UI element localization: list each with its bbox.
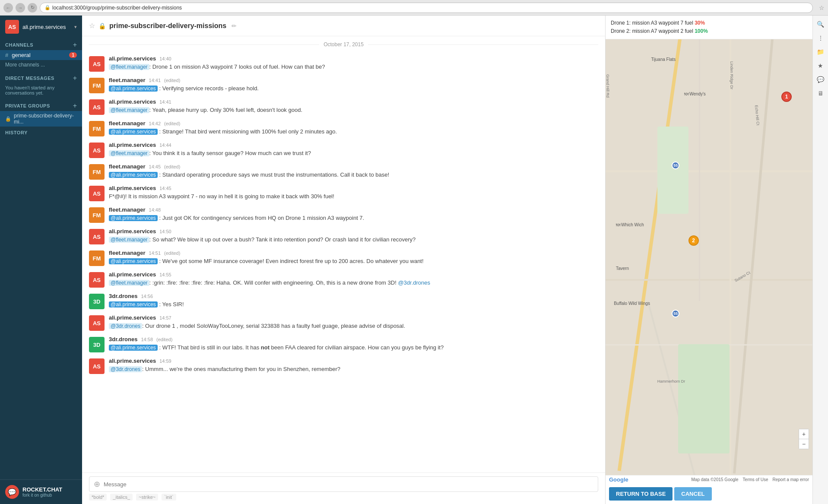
message-text: @ali.prime.services : Strange! That bird… — [109, 127, 598, 136]
zoom-in-button[interactable]: + — [799, 429, 809, 439]
poi-tavern: Tavern — [616, 266, 629, 271]
mention[interactable]: @fleet.manager — [109, 237, 149, 243]
add-dm-button[interactable]: + — [73, 75, 77, 82]
mention[interactable]: @fleet.manager — [109, 280, 149, 286]
terms-of-use-link[interactable]: Terms of Use — [743, 477, 768, 482]
drone-info-bar: Drone 1: mission A3 waypoint 7 fuel 30% … — [606, 16, 812, 39]
road-label-hammerhorn: Hammerhorn Dr — [657, 379, 685, 384]
refresh-button[interactable]: ↻ — [28, 3, 37, 13]
kebab-menu-icon[interactable]: ⋮ — [815, 32, 827, 44]
message-time: 14:51 — [149, 250, 161, 256]
message-row: ASali.prime.services14:45F*@#)! It is mi… — [89, 182, 598, 204]
message-row: 3D3dr.drones14:58(edited)@ali.prime.serv… — [89, 333, 598, 355]
bookmark-icon[interactable]: ☆ — [819, 4, 825, 11]
workspace-header[interactable]: AS ali.prime.services ▾ — [0, 16, 82, 38]
mention-highlight[interactable]: @ali.prime.services — [109, 86, 158, 92]
message-text-part: : We've got some MF insurance coverage! … — [158, 258, 424, 264]
message-time: 14:55 — [159, 272, 171, 277]
message-row: ASali.prime.services14:50@fleet.manager:… — [89, 225, 598, 247]
mention[interactable]: @3dr.drones — [109, 366, 142, 372]
message-content: 3dr.drones14:56@ali.prime.services : Yes… — [109, 293, 598, 309]
message-author: fleet.manager — [109, 163, 146, 170]
message-input[interactable] — [104, 481, 593, 488]
poi-tijuana-flats: Tijuana Flats — [651, 57, 676, 62]
sidebar: AS ali.prime.services ▾ CHANNELS + # gen… — [0, 16, 82, 504]
message-avatar: FM — [89, 207, 105, 223]
poi-wendys: 🍽 Wendy's — [684, 92, 706, 96]
back-button[interactable]: ← — [3, 3, 13, 13]
message-text-part: : So what? We blow it up out over a bush… — [149, 236, 416, 243]
message-text-part: been FAA cleared for civilian airspace. … — [270, 344, 444, 351]
message-edited-label: (edited) — [156, 337, 172, 342]
sidebar-footer: 💬 ROCKET.CHAT fork it on github — [0, 479, 82, 504]
sidebar-item-general[interactable]: # general 1 — [0, 50, 82, 60]
edit-channel-icon[interactable]: ✏ — [232, 22, 237, 29]
zoom-out-button[interactable]: − — [799, 439, 809, 449]
channels-section-header: CHANNELS + — [0, 38, 82, 50]
bold-text: not — [261, 344, 270, 351]
mention[interactable]: @fleet.manager — [109, 150, 149, 156]
message-row: 3D3dr.drones14:56@ali.prime.services : Y… — [89, 290, 598, 312]
mention-highlight[interactable]: @ali.prime.services — [109, 301, 158, 307]
message-avatar: AS — [89, 56, 105, 72]
private-groups-section-header: PRIVATE GROUPS + — [0, 99, 82, 111]
cancel-button[interactable]: CANCEL — [674, 487, 711, 501]
message-content: fleet.manager14:48@ali.prime.services : … — [109, 206, 598, 223]
message-edited-label: (edited) — [164, 164, 180, 169]
drone1-marker[interactable]: 1 — [781, 92, 792, 102]
return-to-base-button[interactable]: RETURN TO BASE — [609, 487, 673, 501]
map-container[interactable]: 55 55 Tijuana Flats 🍽 Wendy's 🍽 Which Wi… — [606, 39, 812, 475]
message-time: 14:56 — [141, 294, 153, 299]
strike-hint: ~strike~ — [136, 494, 158, 501]
mention[interactable]: @fleet.manager — [109, 107, 149, 113]
add-channel-button[interactable]: + — [73, 41, 77, 48]
message-text: @ali.prime.services : We've got some MF … — [109, 257, 598, 266]
star-sidebar-icon[interactable]: ★ — [815, 60, 827, 72]
attachment-icon[interactable]: ⊕ — [94, 479, 100, 489]
message-text: @ali.prime.services : WTF! That bird is … — [109, 343, 598, 352]
mention[interactable]: @3dr.drones — [109, 323, 142, 329]
mention-highlight[interactable]: @ali.prime.services — [109, 258, 158, 264]
vertical-road-1 — [730, 39, 731, 475]
message-text-part: : Our drone 1 , model SoloWayTooLoney, s… — [142, 323, 405, 329]
date-divider: October 17, 2015 — [89, 36, 598, 53]
address-bar[interactable]: 🔒 localhost:3000/group/prime-subscriber-… — [40, 3, 813, 13]
add-group-button[interactable]: + — [73, 102, 77, 109]
forward-button[interactable]: → — [16, 3, 25, 13]
screen-icon[interactable]: 🖥 — [815, 87, 827, 99]
report-map-error-link[interactable]: Report a map error — [773, 477, 809, 482]
unread-badge: 1 — [69, 52, 77, 58]
message-avatar: AS — [89, 358, 105, 374]
star-icon[interactable]: ☆ — [89, 22, 95, 30]
mention[interactable]: @fleet.manager — [109, 64, 149, 70]
message-row: FMfleet.manager14:51(edited)@ali.prime.s… — [89, 247, 598, 269]
message-edited-label: (edited) — [164, 121, 180, 126]
message-row: ASali.prime.services14:57@3dr.drones: Ou… — [89, 312, 598, 333]
message-avatar: 3D — [89, 294, 105, 309]
folder-icon[interactable]: 📁 — [815, 46, 827, 58]
mention-highlight[interactable]: @ali.prime.services — [109, 345, 158, 351]
message-content: ali.prime.services14:55@fleet.manager: :… — [109, 271, 598, 288]
message-link[interactable]: @3dr.drones — [398, 279, 430, 286]
code-hint: `init` — [162, 494, 176, 501]
channel-name-general: general — [12, 52, 67, 58]
search-icon[interactable]: 🔍 — [815, 18, 827, 30]
rocket-chat-logo-icon: 💬 — [5, 485, 19, 499]
sidebar-item-private-group[interactable]: 🔒 prime-subscriber-delivery-mi... — [0, 111, 82, 127]
lock-icon: 🔒 — [44, 5, 51, 10]
message-author: ali.prime.services — [109, 271, 156, 278]
chat-icon[interactable]: 💬 — [815, 73, 827, 86]
mention-highlight[interactable]: @ali.prime.services — [109, 172, 158, 178]
drone2-marker[interactable]: 2 — [688, 235, 699, 246]
road-label-linden: Linden Ridge Dr — [730, 61, 734, 89]
message-input-row: ⊕ — [89, 476, 598, 492]
message-author: fleet.manager — [109, 206, 146, 213]
more-channels-link[interactable]: More channels ... — [0, 60, 82, 71]
drone2-info: Drone 2: mission A7 waypoint 2 fuel 100% — [611, 27, 807, 35]
message-text-part: : Just got OK for contingency services f… — [158, 215, 364, 221]
bold-hint: *bold* — [89, 494, 107, 501]
diagonal-road-1 — [733, 39, 774, 473]
map-data-label: Map data ©2015 Google — [691, 477, 738, 482]
mention-highlight[interactable]: @ali.prime.services — [109, 215, 158, 221]
mention-highlight[interactable]: @ali.prime.services — [109, 129, 158, 135]
